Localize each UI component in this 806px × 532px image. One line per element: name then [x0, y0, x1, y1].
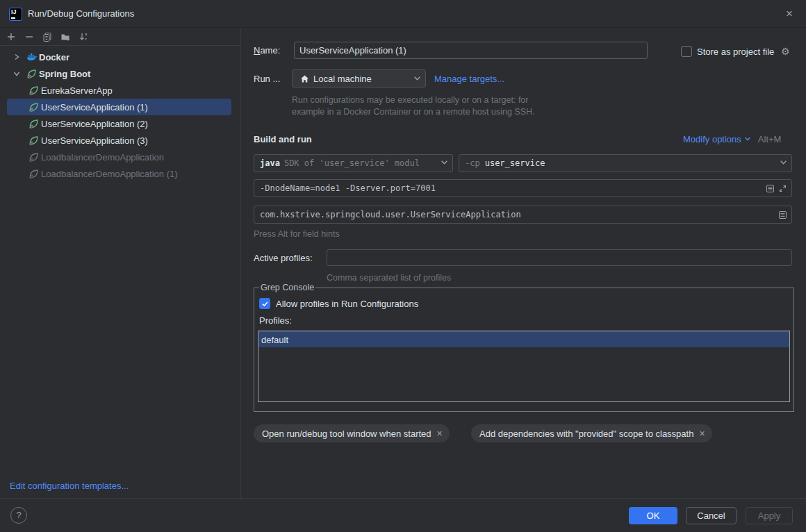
run-target-hint-line1: Run configurations may be executed local… — [292, 95, 528, 105]
tree-item-label: UserServiceApplication (2) — [41, 119, 148, 129]
sort-alphabetically-icon[interactable]: az — [78, 31, 89, 42]
tree-item-label: Docker — [39, 52, 69, 63]
dialog-title: Run/Debug Configurations — [28, 0, 134, 28]
chevron-right-icon[interactable] — [11, 51, 22, 63]
tree-item-label: EurekaServerApp — [41, 85, 113, 96]
run-target-hint-line2: example in a Docker Container or on a re… — [292, 107, 534, 117]
tree-item-user-service-application-1[interactable]: UserServiceApplication (1) — [0, 99, 240, 115]
spring-boot-icon — [28, 85, 40, 97]
profiles-label: Profiles: — [259, 315, 790, 326]
cp-module-value: user_service — [485, 158, 780, 168]
help-button[interactable]: ? — [10, 507, 27, 524]
cp-flag: -cp — [465, 158, 480, 168]
copy-configuration-icon[interactable] — [42, 31, 53, 42]
intellij-logo-icon: IJ — [10, 8, 22, 20]
configurations-toolbar: az — [0, 28, 240, 46]
expand-editor-icon[interactable] — [764, 182, 776, 194]
run-debug-configurations-dialog: IJ Run/Debug Configurations × az — [0, 0, 806, 532]
spring-boot-icon-disabled — [28, 168, 40, 180]
tree-item-loadbalancer-demo-application-1[interactable]: LoadbalancerDemoApplication (1) — [0, 165, 240, 182]
svg-text:z: z — [85, 37, 87, 41]
name-label: Name: — [254, 45, 280, 56]
expand-editor-icon[interactable] — [776, 208, 789, 221]
close-icon[interactable]: × — [781, 6, 798, 22]
cancel-button[interactable]: Cancel — [686, 507, 737, 524]
expand-field-icon[interactable] — [776, 182, 789, 194]
grep-console-group: Grep Console Allow profiles in Run Confi… — [254, 283, 794, 412]
tree-item-label: UserServiceApplication (1) — [41, 102, 148, 113]
allow-profiles-label: Allow profiles in Run Configurations — [276, 299, 418, 309]
active-profiles-input[interactable] — [327, 249, 792, 266]
store-as-project-file-checkbox[interactable] — [681, 46, 692, 57]
configurations-tree: Docker Spring Boot EurekaServerApp UserS… — [0, 49, 240, 182]
spring-boot-icon — [28, 135, 40, 147]
active-profiles-label: Active profiles: — [254, 253, 313, 263]
active-profiles-hint: Comma separated list of profiles — [327, 273, 451, 283]
tag-label: Open run/debug tool window when started — [262, 429, 431, 439]
store-as-project-file-label: Store as project file — [697, 47, 774, 57]
tag-close-icon[interactable]: × — [437, 428, 443, 439]
chevron-down-icon — [441, 158, 448, 168]
chevron-down-icon[interactable] — [11, 68, 22, 79]
spring-boot-icon — [26, 68, 38, 80]
docker-icon — [26, 51, 38, 63]
classpath-module-select[interactable]: -cp user_service — [459, 154, 792, 172]
tree-item-docker[interactable]: Docker — [0, 49, 240, 65]
run-target-value: Local machine — [313, 74, 413, 84]
ok-button[interactable]: OK — [629, 507, 677, 524]
new-folder-icon[interactable] — [60, 31, 71, 42]
tree-item-loadbalancer-demo-application[interactable]: LoadbalancerDemoApplication — [0, 149, 240, 165]
grep-console-legend: Grep Console — [259, 283, 315, 292]
jdk-prefix: java — [260, 158, 280, 168]
tree-item-user-service-application-3[interactable]: UserServiceApplication (3) — [0, 132, 240, 149]
main-class-value: com.hxstrive.springcloud.user.UserServic… — [260, 210, 776, 219]
tree-item-spring-boot[interactable]: Spring Boot — [0, 65, 240, 82]
tag-close-icon[interactable]: × — [699, 428, 705, 439]
tree-item-label: UserServiceApplication (3) — [41, 135, 148, 146]
run-on-label: Run ... — [254, 74, 280, 84]
spring-boot-icon — [28, 101, 40, 113]
vm-options-field[interactable]: -DnodeName=node1 -Dserver.port=7001 — [254, 179, 792, 197]
title-bar: IJ Run/Debug Configurations × — [0, 0, 806, 28]
add-icon[interactable] — [6, 31, 17, 42]
tag-add-provided-dependencies: Add dependencies with "provided" scope t… — [471, 424, 712, 442]
modify-options-link[interactable]: Modify options — [683, 134, 741, 144]
manage-targets-link[interactable]: Manage targets... — [434, 74, 504, 84]
tag-label: Add dependencies with "provided" scope t… — [479, 429, 693, 439]
allow-profiles-checkbox[interactable] — [259, 298, 270, 309]
vm-options-value: -DnodeName=node1 -Dserver.port=7001 — [260, 183, 764, 193]
edit-configuration-templates-link[interactable]: Edit configuration templates... — [10, 481, 129, 491]
profiles-listbox[interactable]: default — [258, 331, 790, 402]
dialog-footer — [0, 498, 806, 532]
run-target-select[interactable]: Local machine — [292, 69, 426, 88]
jdk-description: SDK of 'user_service' modul — [284, 158, 441, 168]
gear-icon[interactable]: ⚙ — [779, 45, 791, 58]
name-input[interactable] — [294, 42, 648, 59]
jdk-select[interactable]: java SDK of 'user_service' modul — [254, 154, 453, 172]
panel-divider — [240, 28, 241, 498]
main-class-field[interactable]: com.hxstrive.springcloud.user.UserServic… — [254, 206, 792, 224]
tree-item-label: LoadbalancerDemoApplication — [41, 152, 164, 163]
spring-boot-icon-disabled — [28, 151, 40, 163]
chevron-down-icon[interactable] — [744, 134, 751, 144]
tree-item-eureka-server-app[interactable]: EurekaServerApp — [0, 82, 240, 99]
spring-boot-icon — [28, 118, 40, 130]
apply-button: Apply — [746, 507, 793, 524]
modify-options-shortcut: Alt+M — [758, 134, 782, 144]
chevron-down-icon — [780, 158, 787, 168]
field-hints-text: Press Alt for field hints — [254, 229, 340, 239]
home-icon — [298, 72, 311, 85]
tree-item-label: Spring Boot — [39, 69, 90, 79]
svg-text:a: a — [85, 32, 88, 36]
profile-list-item[interactable]: default — [258, 331, 789, 347]
tree-item-user-service-application-2[interactable]: UserServiceApplication (2) — [0, 115, 240, 132]
chevron-down-icon — [413, 74, 421, 84]
tag-open-run-debug-tool-window: Open run/debug tool window when started … — [254, 424, 450, 442]
remove-icon[interactable] — [24, 31, 35, 42]
tree-item-label: LoadbalancerDemoApplication (1) — [41, 169, 178, 179]
build-and-run-header: Build and run — [254, 134, 312, 144]
